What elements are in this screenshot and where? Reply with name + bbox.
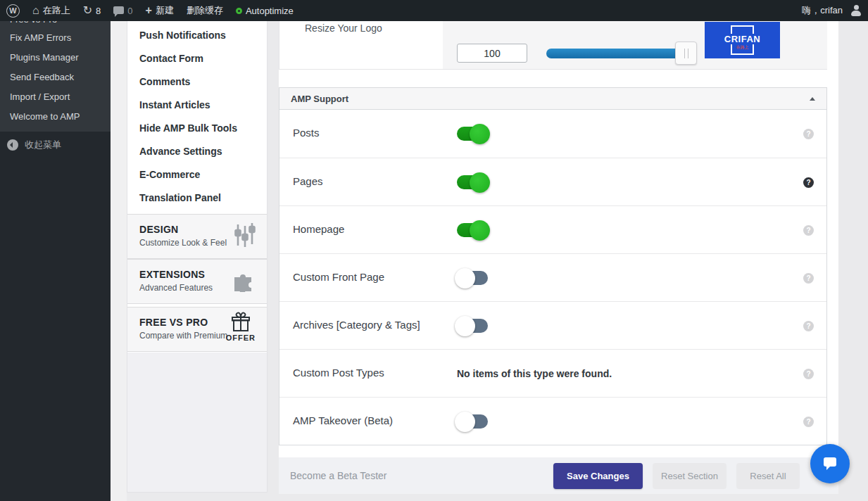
site-name-link[interactable]: ⌂ 在路上	[26, 0, 77, 21]
empty-state-text: No items of this type were found.	[457, 368, 612, 379]
setting-control	[457, 254, 488, 302]
logo-text: CRIFAN	[722, 34, 762, 44]
comments-count: 0	[127, 6, 132, 16]
sidebar-item[interactable]: Free vs Pro	[0, 21, 111, 28]
plugin-menu-item[interactable]: Push Notifications	[127, 24, 267, 47]
sidebar-gap	[111, 21, 127, 501]
amp-setting-row: Homepage ?	[279, 205, 826, 253]
footer-bar: Become a Beta Tester Save Changes Reset …	[279, 457, 838, 494]
toggle-on[interactable]	[457, 127, 488, 141]
plus-icon: +	[146, 5, 152, 16]
section-extensions[interactable]: EXTENSIONS Advanced Features	[127, 259, 267, 304]
offer-badge: OFFER	[226, 334, 256, 342]
wp-sidebar: Free vs ProFix AMP ErrorsPlugins Manager…	[0, 21, 111, 501]
plugin-menu-item[interactable]: Hide AMP Bulk Tools	[127, 117, 267, 140]
amp-support-header[interactable]: AMP Support	[279, 88, 826, 110]
sidebar-item[interactable]: Plugins Manager	[0, 48, 111, 68]
toggle-knob	[470, 124, 490, 144]
setting-label: Homepage	[293, 223, 344, 235]
toggle-knob	[470, 220, 490, 241]
gift-icon: OFFER	[226, 312, 256, 342]
wordpress-menu-button[interactable]: W	[0, 0, 26, 21]
account-menu-button[interactable]: 嗨，crifan	[795, 0, 868, 21]
setting-label: Pages	[293, 175, 323, 187]
toggle-on[interactable]	[457, 175, 488, 189]
save-changes-button[interactable]: Save Changes	[553, 463, 643, 489]
help-icon[interactable]: ?	[803, 177, 814, 188]
reset-section-button[interactable]: Reset Section	[653, 463, 727, 489]
setting-label: Archives [Category & Tags]	[293, 319, 420, 331]
amp-setting-row: AMP Takeover (Beta) ?	[279, 397, 826, 445]
greeting-text: 嗨，crifan	[802, 4, 843, 17]
toggle-off[interactable]	[457, 319, 488, 333]
logo-size-input[interactable]	[457, 44, 527, 63]
help-icon[interactable]: ?	[803, 273, 814, 284]
help-icon[interactable]: ?	[803, 321, 814, 331]
setting-label: Custom Front Page	[293, 271, 384, 283]
plugin-menu-item[interactable]: Contact Form	[127, 47, 267, 70]
new-content-button[interactable]: + 新建	[139, 0, 180, 21]
help-icon[interactable]: ?	[803, 225, 814, 236]
chat-button[interactable]	[810, 444, 850, 483]
amp-setting-row: Posts ?	[279, 110, 826, 158]
toggle-off[interactable]	[457, 271, 488, 285]
delete-cache-label: 删除缓存	[187, 4, 223, 17]
plugin-menu-item[interactable]: E-Commerce	[127, 163, 267, 186]
section-free-vs-pro[interactable]: FREE VS PRO Compare with Premium	[127, 307, 267, 352]
sidebar-item[interactable]: Welcome to AMP	[0, 107, 111, 127]
collapse-menu-label: 收起菜单	[25, 139, 61, 151]
plugin-menu-footer-area	[127, 353, 267, 492]
help-icon[interactable]: ?	[803, 417, 814, 427]
autoptimize-button[interactable]: Autoptimize	[229, 0, 300, 21]
resize-logo-title: Resize Your Logo	[305, 23, 382, 34]
beta-tester-link[interactable]: Become a Beta Tester	[290, 470, 386, 481]
amp-support-card: AMP Support Posts ? Pages ? Homepage ? C…	[279, 87, 827, 445]
help-icon[interactable]: ?	[803, 369, 814, 379]
plugin-menu-item[interactable]: Comments	[127, 70, 267, 94]
main-content: Resize Your Logo CRIFAN 在路上 AMP Support	[279, 21, 838, 494]
section-design[interactable]: DESIGN Customize Look & Feel	[127, 214, 267, 259]
plugin-menu-item[interactable]: Advance Settings	[127, 140, 267, 163]
plugin-menu-list: Push NotificationsContact FormCommentsIn…	[127, 21, 267, 210]
updates-icon: ↻	[83, 5, 92, 16]
collapse-up-icon	[810, 94, 815, 101]
sidebar-item[interactable]: Import / Export	[0, 87, 111, 107]
delete-cache-button[interactable]: 删除缓存	[180, 0, 229, 21]
comments-button[interactable]: 0	[107, 0, 139, 21]
collapse-arrow-icon	[7, 139, 18, 151]
chat-bubble-icon	[821, 455, 839, 473]
reset-all-button[interactable]: Reset All	[736, 463, 800, 489]
sidebar-item[interactable]: Fix AMP Errors	[0, 28, 111, 48]
page-background: Push NotificationsContact FormCommentsIn…	[111, 21, 868, 501]
plugin-menu-item[interactable]: Instant Articles	[127, 94, 267, 117]
home-icon: ⌂	[32, 5, 39, 16]
puzzle-icon	[233, 271, 256, 292]
plugin-menu-item[interactable]: Translation Panel	[127, 186, 267, 210]
toggle-off[interactable]	[457, 414, 488, 429]
site-name: 在路上	[43, 4, 70, 17]
sidebar-item[interactable]: Send Feedback	[0, 68, 111, 87]
comments-icon	[113, 6, 124, 14]
resize-logo-panel: Resize Your Logo CRIFAN 在路上	[279, 21, 827, 70]
setting-control	[457, 206, 488, 254]
autoptimize-label: Autoptimize	[246, 6, 294, 16]
updates-button[interactable]: ↻ 8	[77, 0, 108, 21]
app-root: W ⌂ 在路上 ↻ 8 0 + 新建 删除缓存 Autoptimize 嗨，cr…	[0, 0, 868, 501]
logo-size-slider[interactable]	[546, 49, 694, 58]
amp-setting-row: Custom Post Types No items of this type …	[279, 349, 826, 397]
toggle-knob	[470, 172, 490, 193]
collapse-menu-button[interactable]: 收起菜单	[0, 137, 111, 153]
amp-setting-row: Pages ?	[279, 158, 826, 205]
slider-handle[interactable]	[675, 42, 697, 65]
plugin-menu-panel: Push NotificationsContact FormCommentsIn…	[127, 21, 268, 493]
toggle-knob	[455, 316, 475, 336]
setting-control	[457, 110, 488, 158]
setting-label: AMP Takeover (Beta)	[293, 414, 393, 426]
toggle-on[interactable]	[457, 223, 488, 237]
setting-control	[457, 158, 488, 206]
amp-support-rows: Posts ? Pages ? Homepage ? Custom Front …	[279, 110, 826, 445]
new-label: 新建	[156, 4, 174, 17]
amp-submenu: Free vs ProFix AMP ErrorsPlugins Manager…	[0, 21, 111, 132]
help-icon[interactable]: ?	[803, 129, 814, 139]
wordpress-logo-icon: W	[6, 4, 20, 18]
